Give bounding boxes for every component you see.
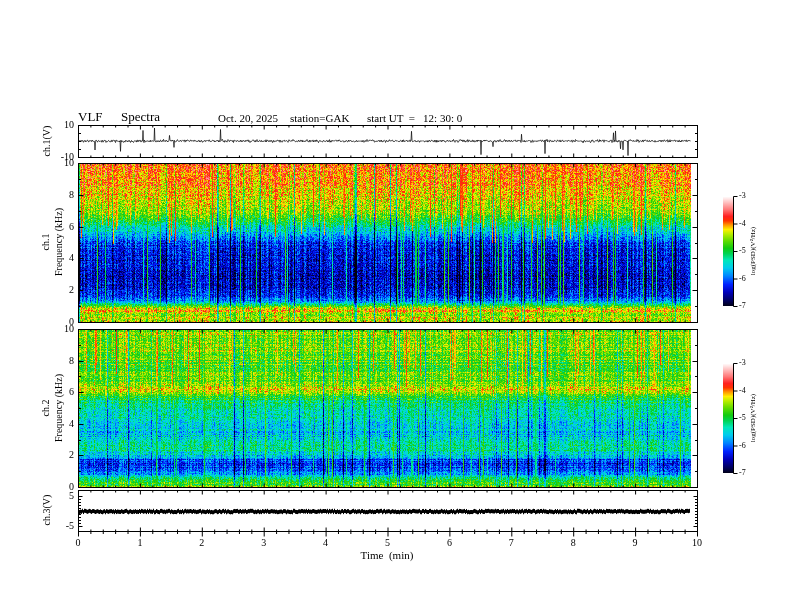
y-tick-label: 2 (36, 449, 74, 461)
y-tick-label: 8 (36, 355, 74, 367)
y-tick-label: 10 (36, 323, 74, 335)
y-tick-label: -5 (36, 520, 74, 532)
colorbar-tick-label: -7 (739, 468, 757, 478)
x-tick-label: 8 (558, 537, 588, 549)
y-tick-label: 6 (36, 221, 74, 233)
x-tick-label: 1 (125, 537, 155, 549)
colorbar-tick-label: -4 (739, 386, 757, 396)
x-tick-label: 3 (249, 537, 279, 549)
ch2-frequency-axis-label: ch.2 Frequency (kHz) (40, 374, 65, 442)
y-tick-label: 4 (36, 252, 74, 264)
plot-canvas (0, 0, 792, 612)
y-tick-label: 10 (36, 119, 74, 131)
vlf-spectra-figure: VLF Spectra Oct. 20, 2025 station=GAK st… (0, 0, 792, 612)
x-tick-label: 0 (63, 537, 93, 549)
x-tick-label: 5 (373, 537, 403, 549)
y-tick-label: 6 (36, 386, 74, 398)
x-tick-label: 2 (187, 537, 217, 549)
time-axis-label: Time (min) (361, 549, 414, 561)
colorbar-tick-label: -5 (739, 413, 757, 423)
ch1-frequency-axis-label: ch.1 Frequency (kHz) (40, 208, 65, 276)
y-tick-label: 4 (36, 418, 74, 430)
colorbar-tick-label: -6 (739, 441, 757, 451)
x-tick-label: 10 (682, 537, 712, 549)
colorbar-tick-label: -6 (739, 274, 757, 284)
colorbar-tick-label: -3 (739, 191, 757, 201)
figure-date: Oct. 20, 2025 (218, 112, 278, 124)
colorbar-tick-label: -4 (739, 219, 757, 229)
y-tick-label: 10 (36, 157, 74, 169)
x-tick-label: 4 (311, 537, 341, 549)
x-tick-label: 6 (434, 537, 464, 549)
x-tick-label: 7 (496, 537, 526, 549)
colorbar-tick-label: -5 (739, 246, 757, 256)
colorbar-tick-label: -7 (739, 301, 757, 311)
colorbar-tick-label: -3 (739, 358, 757, 368)
station-label: station=GAK (290, 112, 349, 124)
y-tick-label: 5 (36, 490, 74, 502)
x-tick-label: 9 (620, 537, 650, 549)
y-tick-label: 8 (36, 189, 74, 201)
y-tick-label: 2 (36, 284, 74, 296)
figure-title: VLF Spectra (78, 109, 160, 125)
start-ut-label: start UT = 12: 30: 0 (367, 112, 462, 124)
